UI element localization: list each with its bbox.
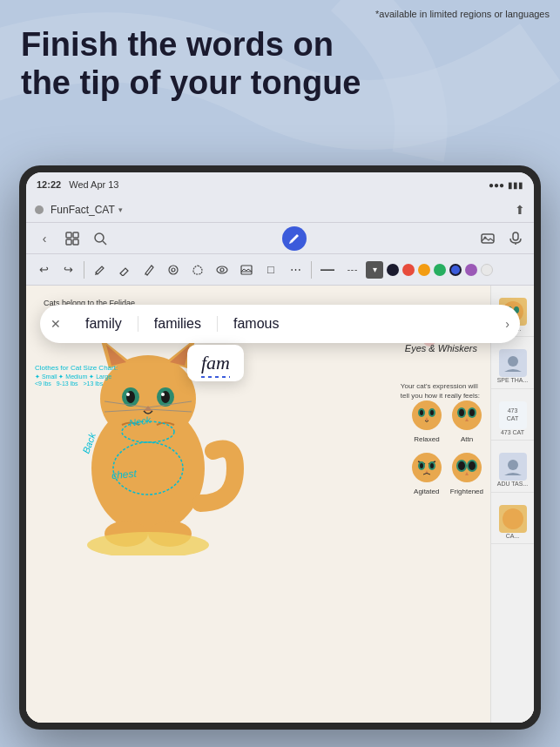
sidebar-label-4: ADU TAS... xyxy=(497,481,529,488)
color-red[interactable] xyxy=(402,264,415,276)
microphone-button[interactable] xyxy=(506,229,525,248)
search-next-arrow[interactable]: › xyxy=(505,317,509,331)
sidebar-panel: SPE... SPE THA... 473CAT 473 CAT xyxy=(490,286,534,723)
suggestion-family[interactable]: family xyxy=(70,316,138,332)
grid-view-button[interactable] xyxy=(63,229,82,248)
redo-button[interactable]: ↪ xyxy=(57,259,78,280)
eraser-tool-button[interactable] xyxy=(114,259,135,280)
nav-bar: ‹ xyxy=(26,223,534,254)
svg-rect-0 xyxy=(66,232,71,238)
svg-point-52 xyxy=(430,410,434,415)
sidebar-avatar-5 xyxy=(499,505,527,533)
color-purple[interactable] xyxy=(465,264,477,276)
search-button[interactable] xyxy=(91,229,110,248)
svg-point-12 xyxy=(217,266,227,273)
svg-point-71 xyxy=(458,461,465,470)
lasso-tool-button[interactable] xyxy=(187,259,208,280)
status-right: ●●● ▮▮▮ xyxy=(489,180,523,190)
frightened-face: Frightened xyxy=(450,451,483,495)
ipad-frame: 12:22 Wed Apr 13 ●●● ▮▮▮ FunFact_CAT ▾ ⬆… xyxy=(19,165,541,730)
nav-center-pen xyxy=(118,226,469,251)
titlebar-actions: ⬆ xyxy=(515,203,525,217)
suggestion-famous[interactable]: famous xyxy=(218,316,294,332)
svg-rect-6 xyxy=(482,234,494,243)
svg-point-72 xyxy=(469,461,476,470)
svg-point-77 xyxy=(508,356,518,367)
pen-tool-button[interactable] xyxy=(90,259,111,280)
relaxed-face: Relaxed xyxy=(410,399,443,443)
search-suggestions: family families famous xyxy=(70,316,496,332)
share-icon[interactable]: ⬆ xyxy=(515,203,525,217)
color-black[interactable] xyxy=(387,264,399,276)
svg-point-65 xyxy=(420,463,423,468)
handwriting-input-text: fam xyxy=(201,352,230,374)
svg-rect-1 xyxy=(73,232,78,238)
suggestion-families[interactable]: families xyxy=(138,316,218,332)
svg-point-78 xyxy=(508,460,518,470)
emotion-faces-row2: Agitated Frightened xyxy=(410,451,483,495)
toolbar: ↩ ↪ □ ⋯ xyxy=(26,254,534,286)
svg-point-11 xyxy=(172,268,175,272)
size-chart: Clothes for Cat Size Chart: ✦ Small ✦ Me… xyxy=(35,364,118,387)
shape-tool-button[interactable]: □ xyxy=(260,259,281,280)
sidebar-item-2[interactable]: SPE THA... xyxy=(491,346,534,388)
svg-point-57 xyxy=(459,409,464,416)
pencil-tool-button[interactable] xyxy=(138,259,159,280)
svg-rect-8 xyxy=(513,232,518,240)
image-insert-button[interactable] xyxy=(478,229,497,248)
headline: Finish the words on the tip of your tong… xyxy=(21,26,539,102)
dash-style-button[interactable]: - - - xyxy=(341,259,362,280)
close-button[interactable] xyxy=(35,205,44,214)
svg-point-13 xyxy=(220,268,224,272)
toolbar-separator-2 xyxy=(311,261,312,279)
status-bar: 12:22 Wed Apr 13 ●●● ▮▮▮ xyxy=(26,172,534,197)
ipad-screen: 12:22 Wed Apr 13 ●●● ▮▮▮ FunFact_CAT ▾ ⬆… xyxy=(26,172,534,723)
back-button[interactable]: ‹ xyxy=(35,229,54,248)
sidebar-item-3[interactable]: 473CAT 473 CAT xyxy=(491,398,534,441)
attn-face: Attn xyxy=(450,399,483,443)
svg-rect-2 xyxy=(66,239,71,245)
chest-label: chest xyxy=(111,468,137,481)
undo-button[interactable]: ↩ xyxy=(33,259,54,280)
agitated-face: Agitated xyxy=(410,451,443,495)
title-chevron-icon: ▾ xyxy=(118,205,123,214)
line-style-button[interactable]: — xyxy=(317,259,338,280)
handwriting-popup: fam xyxy=(187,345,244,381)
svg-point-58 xyxy=(469,409,475,416)
toolbar-expand-button[interactable]: ▾ xyxy=(366,261,383,279)
svg-point-48 xyxy=(412,400,442,430)
app-title: FunFact_CAT ▾ xyxy=(51,204,123,216)
status-time: 12:22 Wed Apr 13 xyxy=(37,179,118,190)
sidebar-item-4[interactable]: ADU TAS... xyxy=(491,449,534,492)
svg-point-79 xyxy=(503,508,523,529)
search-close-button[interactable]: ✕ xyxy=(51,317,61,331)
svg-point-68 xyxy=(452,453,482,482)
svg-point-60 xyxy=(412,453,442,482)
svg-point-37 xyxy=(161,393,165,396)
svg-point-54 xyxy=(452,400,482,430)
svg-point-51 xyxy=(420,410,423,415)
color-orange[interactable] xyxy=(418,264,430,276)
more-tools-button[interactable]: ⋯ xyxy=(285,259,306,280)
svg-rect-3 xyxy=(73,239,78,245)
color-blue[interactable] xyxy=(449,264,462,276)
color-green[interactable] xyxy=(434,264,446,276)
handwriting-underline xyxy=(201,376,230,378)
sidebar-avatar-3: 473CAT xyxy=(499,401,527,429)
select-tool-button[interactable] xyxy=(163,259,184,280)
toolbar-separator-1 xyxy=(84,261,84,279)
sidebar-label-5: CA... xyxy=(506,533,520,540)
color-white[interactable] xyxy=(481,264,493,276)
view-button[interactable] xyxy=(212,259,233,280)
sidebar-avatar-4 xyxy=(499,453,527,481)
svg-line-5 xyxy=(103,241,106,245)
image-tool-button[interactable] xyxy=(236,259,257,280)
active-pen-button[interactable] xyxy=(282,226,307,251)
sidebar-item-5[interactable]: CA... xyxy=(491,501,534,544)
sidebar-label-3: 473 CAT xyxy=(501,429,524,436)
search-bar-container: ✕ family families famous › xyxy=(40,305,520,343)
svg-point-4 xyxy=(95,233,104,242)
sidebar-avatar-2 xyxy=(499,349,527,377)
app-titlebar: FunFact_CAT ▾ ⬆ xyxy=(26,197,534,223)
sidebar-label-2: SPE THA... xyxy=(497,377,529,384)
